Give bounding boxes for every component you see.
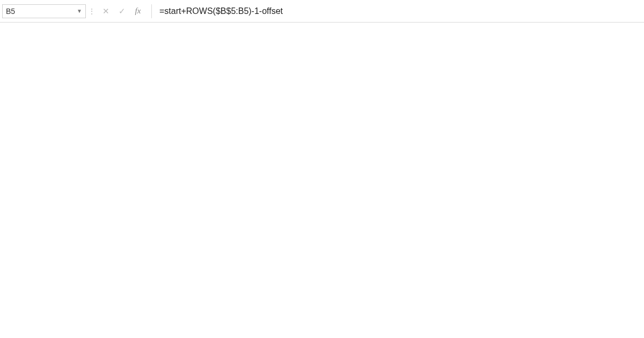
formula-text: =start+ROWS($B$5:B5)-1-offset [159, 6, 283, 16]
formula-cancel-icon[interactable]: ✕ [98, 4, 114, 18]
name-box-dropdown-icon[interactable]: ▼ [77, 8, 82, 14]
fx-icon[interactable]: fx [130, 4, 146, 18]
formula-bar-row: B5 ▼ ⋮ ✕ ✓ fx =start+ROWS($B$5:B5)-1-off… [0, 0, 644, 23]
name-box[interactable]: B5 ▼ [2, 4, 86, 18]
formula-bar-divider-icon: ⋮ [86, 7, 98, 16]
formula-input[interactable]: =start+ROWS($B$5:B5)-1-offset [151, 4, 644, 18]
name-box-value: B5 [6, 7, 75, 16]
formula-enter-icon[interactable]: ✓ [114, 4, 130, 18]
